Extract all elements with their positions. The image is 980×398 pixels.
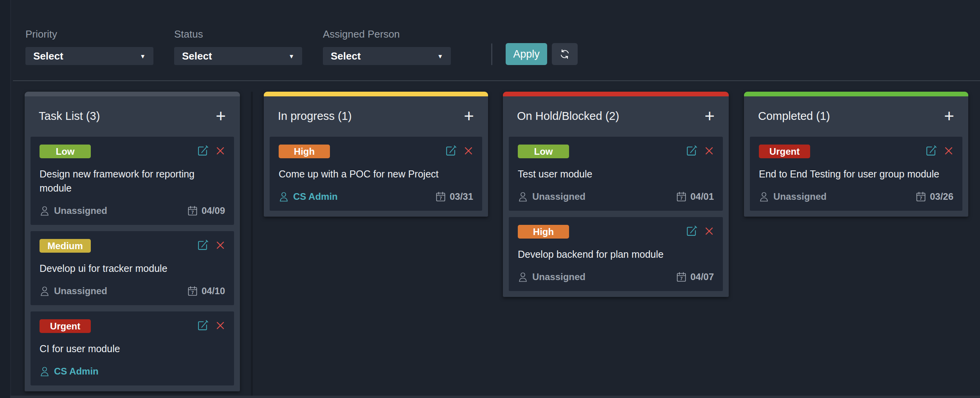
refresh-icon	[559, 48, 571, 60]
add-task-icon[interactable]: +	[704, 108, 715, 124]
add-task-icon[interactable]: +	[944, 108, 954, 124]
calendar-icon: 7	[676, 271, 686, 282]
assignee-name: Unassigned	[54, 205, 107, 216]
column-accent-bar	[264, 92, 488, 96]
calendar-icon: 7	[187, 286, 198, 297]
card-top-row: Urgent	[759, 145, 953, 158]
filter-separator	[491, 43, 492, 65]
filter-board-divider	[13, 80, 980, 81]
due-date: 7 04/09	[187, 205, 225, 216]
card-top-row: High	[279, 145, 473, 158]
assignee-name: Unassigned	[54, 286, 107, 297]
delete-icon[interactable]	[216, 146, 225, 156]
card-actions	[686, 145, 714, 157]
card-title: Design new framework for reporting modul…	[40, 167, 225, 195]
assignee: CS Admin	[279, 191, 338, 202]
column-title: Task List (3)	[39, 110, 100, 123]
edit-icon[interactable]	[197, 239, 209, 251]
card-list: Urgent End to End Testing for user group…	[744, 137, 968, 217]
assignee: Unassigned	[759, 191, 827, 202]
assigned-person-select-value: Select	[331, 50, 361, 62]
card-list: High Come up with a POC for new Project …	[264, 137, 488, 217]
task-card[interactable]: Medium Develop ui for tracker module Una…	[31, 231, 234, 305]
edit-icon[interactable]	[686, 145, 698, 157]
card-actions	[197, 319, 225, 331]
card-actions	[197, 145, 225, 157]
calendar-icon: 7	[436, 191, 446, 202]
priority-badge: Low	[40, 145, 91, 158]
priority-badge: Urgent	[759, 145, 810, 158]
priority-select[interactable]: Select ▼	[25, 47, 153, 65]
due-date-text: 03/26	[930, 191, 953, 202]
due-date: 7 03/26	[916, 191, 953, 202]
task-card[interactable]: Low Design new framework for reporting m…	[31, 137, 234, 225]
svg-text:7: 7	[920, 196, 922, 201]
assignee-name: CS Admin	[293, 191, 338, 202]
status-select[interactable]: Select ▼	[174, 47, 302, 65]
priority-filter: Priority Select ▼	[25, 28, 153, 65]
task-card[interactable]: Urgent CI for user module CS Admin	[31, 311, 234, 385]
edit-icon[interactable]	[925, 145, 937, 157]
assignee-name: Unassigned	[773, 191, 827, 202]
card-title: Test user module	[518, 167, 714, 181]
calendar-icon: 7	[676, 191, 686, 202]
filter-bar: Priority Select ▼ Status Select ▼ Assign…	[0, 0, 980, 65]
delete-icon[interactable]	[944, 146, 953, 156]
task-card[interactable]: Low Test user module Unassigned 7 04/01	[509, 137, 723, 211]
svg-text:7: 7	[440, 196, 442, 201]
task-card[interactable]: Urgent End to End Testing for user group…	[750, 137, 962, 211]
assigned-person-filter-label: Assigned Person	[323, 28, 451, 40]
add-task-icon[interactable]: +	[464, 108, 474, 124]
edit-icon[interactable]	[197, 145, 209, 157]
delete-icon[interactable]	[464, 146, 473, 156]
card-footer: Unassigned 7 04/10	[40, 286, 225, 297]
card-title: Develop backend for plan module	[518, 247, 714, 261]
column-header: Completed (1)+	[744, 96, 968, 124]
due-date-text: 04/07	[690, 271, 714, 282]
chevron-down-icon: ▼	[437, 53, 443, 60]
board-column: On Hold/Blocked (2)+Low Test user module…	[503, 92, 729, 297]
priority-badge: Medium	[40, 239, 91, 253]
board-column: In progress (1)+High Come up with a POC …	[264, 92, 488, 217]
card-list: Low Design new framework for reporting m…	[25, 137, 240, 391]
edit-icon[interactable]	[445, 145, 457, 157]
svg-text:7: 7	[680, 196, 683, 201]
assignee: CS Admin	[40, 366, 99, 377]
apply-button[interactable]: Apply	[506, 43, 547, 65]
task-card[interactable]: High Develop backend for plan module Una…	[509, 217, 723, 291]
delete-icon[interactable]	[704, 226, 714, 236]
delete-icon[interactable]	[216, 321, 225, 330]
card-footer: CS Admin 7 03/31	[279, 191, 473, 202]
priority-badge: Low	[518, 145, 569, 158]
edit-icon[interactable]	[197, 319, 209, 331]
due-date: 7 04/01	[676, 191, 714, 202]
card-top-row: High	[518, 225, 714, 239]
card-list: Low Test user module Unassigned 7 04/01H…	[503, 137, 729, 297]
person-icon	[40, 366, 50, 377]
chevron-down-icon: ▼	[140, 53, 146, 60]
person-icon	[518, 271, 528, 282]
column-accent-bar	[503, 92, 729, 96]
person-icon	[518, 191, 528, 202]
priority-filter-label: Priority	[25, 28, 153, 40]
assigned-person-select[interactable]: Select ▼	[323, 47, 451, 65]
horizontal-scrollbar-track[interactable]	[10, 396, 980, 398]
assignee: Unassigned	[518, 191, 585, 202]
calendar-icon: 7	[187, 205, 198, 216]
svg-text:7: 7	[191, 290, 194, 295]
status-filter: Status Select ▼	[174, 28, 302, 65]
due-date: 7 04/07	[676, 271, 714, 282]
edit-icon[interactable]	[686, 225, 698, 237]
card-footer: Unassigned 7 03/26	[759, 191, 953, 202]
delete-icon[interactable]	[704, 146, 714, 156]
task-card[interactable]: High Come up with a POC for new Project …	[270, 137, 482, 211]
delete-icon[interactable]	[216, 241, 225, 250]
person-icon	[759, 191, 769, 202]
column-header: On Hold/Blocked (2)+	[503, 96, 729, 124]
assignee: Unassigned	[518, 271, 585, 282]
add-task-icon[interactable]: +	[216, 108, 226, 124]
assignee-name: Unassigned	[532, 271, 585, 282]
priority-badge: High	[518, 225, 569, 239]
refresh-button[interactable]	[552, 43, 578, 65]
due-date: 7 03/31	[436, 191, 473, 202]
